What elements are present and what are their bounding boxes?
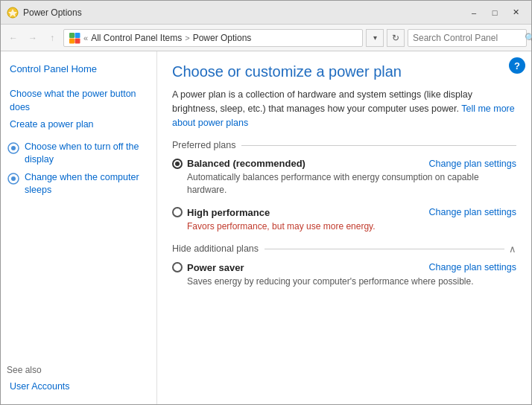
page-description: A power plan is a collection of hardware…	[172, 88, 516, 130]
divider-line-preferred	[241, 145, 516, 146]
address-bar: ← → ↑ « All Control Panel Items > Power …	[1, 25, 531, 51]
maximize-button[interactable]: □	[485, 5, 504, 20]
see-also-section: See also User Accounts	[7, 356, 151, 396]
plan-radio-label-high-performance[interactable]: High performance	[172, 207, 270, 218]
plan-header-power-saver: Power saver Change plan settings	[172, 262, 516, 273]
up-button[interactable]: ↑	[44, 30, 60, 46]
svg-rect-4	[69, 38, 75, 43]
plan-radio-balanced[interactable]	[172, 159, 183, 169]
search-box: 🔍	[408, 29, 527, 47]
breadcrumb-path: « All Control Panel Items > Power Option…	[69, 32, 251, 44]
help-button[interactable]: ?	[509, 57, 525, 74]
plan-settings-link-high-performance[interactable]: Change plan settings	[429, 207, 516, 217]
address-dropdown[interactable]: ▾	[366, 29, 384, 47]
breadcrumb-current: Power Options	[193, 33, 252, 43]
plan-header-high-performance: High performance Change plan settings	[172, 207, 516, 218]
page-title: Choose or customize a power plan	[172, 63, 516, 80]
main-content: Control Panel Home Choose what the power…	[1, 51, 531, 404]
content-area: ? Choose or customize a power plan A pow…	[157, 51, 531, 404]
address-field: « All Control Panel Items > Power Option…	[63, 29, 363, 47]
window-icon	[7, 7, 19, 19]
svg-rect-3	[75, 33, 80, 38]
plan-desc-power-saver: Saves energy by reducing your computer's…	[187, 275, 516, 288]
preferred-plans-divider: Preferred plans	[172, 140, 516, 150]
plan-item-high-performance: High performance Change plan settings Fa…	[172, 207, 516, 233]
sidebar-user-accounts[interactable]: User Accounts	[7, 378, 151, 396]
window-controls: – □ ✕	[464, 5, 525, 20]
refresh-button[interactable]: ↻	[387, 29, 405, 47]
window-title: Power Options	[23, 7, 464, 18]
plan-name-power-saver: Power saver	[187, 262, 244, 273]
plan-desc-balanced: Automatically balances performance with …	[187, 171, 516, 197]
plan-name-high-performance: High performance	[187, 207, 270, 218]
forward-button[interactable]: →	[25, 30, 41, 46]
plan-radio-label-balanced[interactable]: Balanced (recommended)	[172, 158, 305, 169]
plan-settings-link-power-saver[interactable]: Change plan settings	[429, 262, 516, 272]
search-icon[interactable]: 🔍	[525, 33, 532, 43]
sidebar-sleep-label[interactable]: Change when the computer sleeps	[25, 171, 151, 197]
plan-radio-label-power-saver[interactable]: Power saver	[172, 262, 244, 273]
see-also-label: See also	[7, 365, 151, 375]
divider-line-additional	[265, 249, 504, 249]
sleep-icon	[7, 172, 20, 185]
plan-desc-high-performance: Favors performance, but may use more ene…	[187, 220, 516, 233]
plan-header-balanced: Balanced (recommended) Change plan setti…	[172, 158, 516, 169]
svg-rect-5	[75, 38, 80, 43]
sidebar-item-create-plan[interactable]: Create a power plan	[7, 116, 151, 134]
sidebar-control-panel-home[interactable]: Control Panel Home	[7, 60, 151, 78]
dropdown-arrow-icon: ▾	[373, 34, 377, 42]
svg-rect-2	[69, 33, 75, 38]
sidebar: Control Panel Home Choose what the power…	[1, 51, 157, 404]
breadcrumb-chevron: «	[83, 34, 88, 42]
sidebar-item-display[interactable]: Choose when to turn off the display	[7, 138, 151, 169]
additional-section-label: Hide additional plans	[172, 243, 259, 254]
additional-plans-divider: Hide additional plans ∧	[172, 243, 516, 255]
svg-point-7	[11, 146, 16, 150]
plan-item-balanced: Balanced (recommended) Change plan setti…	[172, 158, 516, 197]
display-icon	[7, 141, 20, 155]
sidebar-display-label[interactable]: Choose when to turn off the display	[25, 141, 151, 167]
breadcrumb-separator: >	[185, 34, 189, 42]
close-button[interactable]: ✕	[506, 5, 525, 20]
description-text: A power plan is a collection of hardware…	[172, 89, 472, 114]
minimize-button[interactable]: –	[464, 5, 484, 20]
preferred-section-label: Preferred plans	[172, 140, 235, 150]
plan-name-balanced: Balanced (recommended)	[187, 158, 305, 169]
sidebar-item-sleep[interactable]: Change when the computer sleeps	[7, 169, 151, 200]
breadcrumb-root[interactable]: All Control Panel Items	[91, 33, 182, 43]
control-panel-icon	[69, 32, 80, 44]
title-bar: Power Options – □ ✕	[1, 1, 531, 25]
svg-point-9	[11, 176, 16, 181]
sidebar-item-power-button[interactable]: Choose what the power button does	[7, 86, 151, 116]
plan-settings-link-balanced[interactable]: Change plan settings	[429, 159, 516, 169]
refresh-icon: ↻	[392, 33, 399, 43]
plan-item-power-saver: Power saver Change plan settings Saves e…	[172, 262, 516, 288]
main-window: Power Options – □ ✕ ← → ↑ « All Control …	[0, 0, 532, 405]
plan-radio-power-saver[interactable]	[172, 262, 183, 272]
collapse-icon[interactable]: ∧	[509, 243, 516, 255]
back-button[interactable]: ←	[5, 30, 22, 46]
plan-radio-high-performance[interactable]	[172, 207, 183, 217]
search-input[interactable]	[413, 33, 525, 43]
